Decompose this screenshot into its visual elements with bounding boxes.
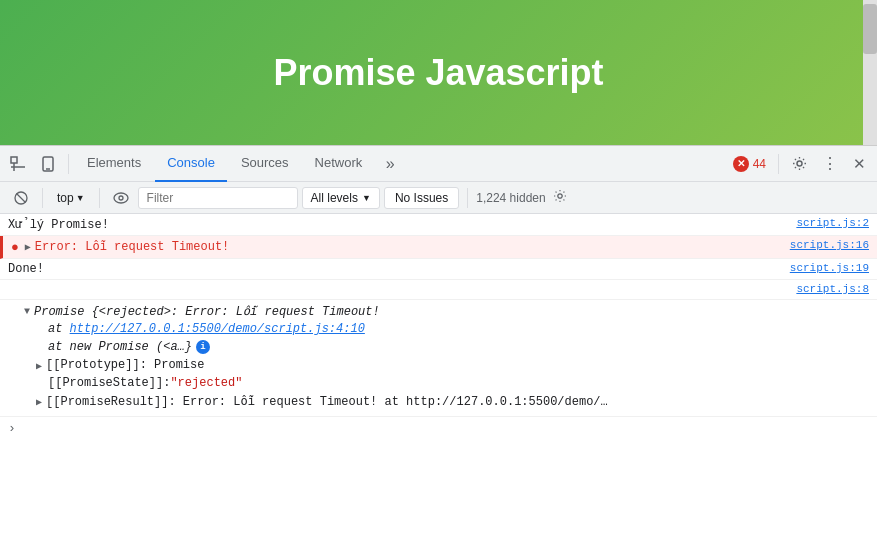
- error-message: Error: Lỗi request Timeout!: [35, 240, 229, 254]
- log-message-1: Xử lý Promise!: [8, 218, 109, 232]
- log-link-2[interactable]: script.js:19: [790, 262, 869, 274]
- prompt-caret-icon: ›: [8, 421, 16, 436]
- console-prompt-row: ›: [0, 417, 877, 440]
- issues-label: No Issues: [395, 191, 448, 205]
- context-label: top: [57, 191, 74, 205]
- console-prompt-input[interactable]: [22, 422, 869, 436]
- levels-label: All levels: [311, 191, 358, 205]
- promise-line-1: ▼ Promise {<rejected>: Error: Lỗi reques…: [24, 304, 869, 322]
- svg-line-7: [17, 193, 26, 202]
- toolbar-separator-2: [778, 154, 779, 174]
- console-sep-3: [467, 188, 468, 208]
- promise-result-expand-arrow[interactable]: ▶: [36, 396, 42, 408]
- error-circle-indicator: ●: [11, 240, 19, 255]
- scrollbar-thumb[interactable]: [863, 4, 877, 54]
- svg-point-5: [797, 161, 802, 166]
- svg-point-10: [557, 194, 561, 198]
- inspect-icon-button[interactable]: [4, 150, 32, 178]
- log-link-3[interactable]: script.js:8: [796, 283, 869, 295]
- more-tabs-button[interactable]: »: [376, 146, 404, 182]
- more-options-button[interactable]: ⋮: [815, 150, 843, 178]
- error-link[interactable]: script.js:16: [790, 239, 869, 251]
- console-row-error: ● ▶ Error: Lỗi request Timeout! script.j…: [0, 236, 877, 259]
- settings-button[interactable]: [785, 150, 813, 178]
- tab-sources[interactable]: Sources: [229, 146, 301, 182]
- tab-console[interactable]: Console: [155, 146, 227, 182]
- svg-point-8: [114, 193, 128, 203]
- promise-expand-arrow[interactable]: ▼: [24, 306, 30, 317]
- svg-rect-0: [11, 157, 17, 163]
- promise-line-6: ▶ [[PromiseResult]]: Error: Lỗi request …: [24, 394, 869, 412]
- devtools-toolbar: Elements Console Sources Network » ✕ 44 …: [0, 146, 877, 182]
- prototype-expand-arrow[interactable]: ▶: [36, 360, 42, 372]
- promise-at-text: at http://127.0.0.1:5500/demo/script.js:…: [48, 322, 365, 336]
- log-levels-dropdown[interactable]: All levels ▼: [302, 187, 380, 209]
- prototype-text: [[Prototype]]: Promise: [46, 358, 204, 372]
- console-log-text-1: Xử lý Promise!: [8, 217, 796, 232]
- page-title: Promise Javascript: [273, 52, 603, 94]
- issues-button[interactable]: No Issues: [384, 187, 459, 209]
- tab-elements[interactable]: Elements: [75, 146, 153, 182]
- svg-point-9: [119, 196, 123, 200]
- web-page: Promise Javascript: [0, 0, 877, 145]
- clear-console-button[interactable]: [8, 185, 34, 211]
- promise-state-label: [[PromiseState]]:: [48, 376, 170, 390]
- show-console-button[interactable]: [108, 185, 134, 211]
- console-output-area: Xử lý Promise! script.js:2 ● ▶ Error: Lỗ…: [0, 214, 877, 539]
- console-sep-2: [99, 188, 100, 208]
- console-sub-toolbar: top ▼ All levels ▼ No Issues 1,224 hidde…: [0, 182, 877, 214]
- log-link-1[interactable]: script.js:2: [796, 217, 869, 229]
- console-row-log-2: Done! script.js:19: [0, 259, 877, 280]
- error-circle-icon: ✕: [733, 156, 749, 172]
- error-count-badge[interactable]: ✕ 44: [727, 154, 772, 174]
- promise-line-5: [[PromiseState]]: "rejected": [24, 376, 869, 394]
- promise-line-2: at http://127.0.0.1:5500/demo/script.js:…: [24, 322, 869, 340]
- console-error-text: Error: Lỗi request Timeout!: [35, 239, 790, 254]
- error-expand-arrow[interactable]: ▶: [25, 241, 31, 253]
- promise-state-value: "rejected": [170, 376, 242, 390]
- toolbar-separator-1: [68, 154, 69, 174]
- device-icon-button[interactable]: [34, 150, 62, 178]
- promise-result-text: [[PromiseResult]]: Error: Lỗi request Ti…: [46, 394, 608, 409]
- context-selector[interactable]: top ▼: [51, 189, 91, 207]
- levels-arrow: ▼: [362, 193, 371, 203]
- info-icon[interactable]: i: [196, 340, 210, 354]
- console-row-log-3: script.js:8: [0, 280, 877, 300]
- devtools-panel: Elements Console Sources Network » ✕ 44 …: [0, 145, 877, 539]
- log-message-2: Done!: [8, 262, 44, 276]
- scrollbar[interactable]: [863, 0, 877, 145]
- console-log-text-2: Done!: [8, 262, 790, 276]
- promise-expanded-block: ▼ Promise {<rejected>: Error: Lỗi reques…: [0, 300, 877, 417]
- promise-stack-link-1[interactable]: http://127.0.0.1:5500/demo/script.js:4:1…: [70, 322, 365, 336]
- hidden-count-label: 1,224 hidden: [476, 191, 545, 205]
- promise-line-3: at new Promise (<a…} i: [24, 340, 869, 358]
- console-sep-1: [42, 188, 43, 208]
- context-dropdown-arrow: ▼: [76, 193, 85, 203]
- promise-text-1: Promise {<rejected>: Error: Lỗi request …: [34, 304, 380, 319]
- console-settings-button[interactable]: [550, 188, 570, 208]
- promise-line-4: ▶ [[Prototype]]: Promise: [24, 358, 869, 376]
- console-filter-input[interactable]: [138, 187, 298, 209]
- close-devtools-button[interactable]: ✕: [845, 150, 873, 178]
- promise-new-text: at new Promise (<a…}: [48, 340, 192, 354]
- error-count-label: 44: [753, 157, 766, 171]
- console-row-log-1: Xử lý Promise! script.js:2: [0, 214, 877, 236]
- tab-network[interactable]: Network: [303, 146, 375, 182]
